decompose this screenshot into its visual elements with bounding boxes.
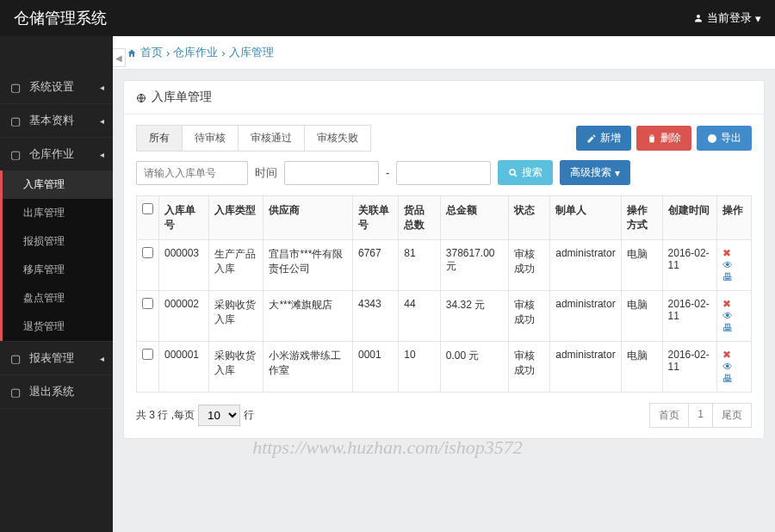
- col-ops: 操作: [716, 196, 751, 240]
- col-maker: 制单人: [550, 196, 621, 240]
- page-last[interactable]: 尾页: [713, 403, 752, 428]
- cell-ref: 0001: [353, 342, 399, 393]
- panel-header: 入库单管理: [124, 81, 764, 114]
- breadcrumb-l2[interactable]: 入库管理: [229, 45, 274, 60]
- row-view-icon[interactable]: 👁: [722, 361, 733, 373]
- row-delete-icon[interactable]: ✖: [722, 349, 731, 361]
- caret-left-icon: ◂: [100, 354, 104, 363]
- cell-ref: 4343: [353, 291, 399, 342]
- sidebar-item-inbound[interactable]: 入库管理: [3, 170, 113, 199]
- row-view-icon[interactable]: 👁: [722, 259, 733, 271]
- col-status: 状态: [509, 196, 550, 240]
- row-print-icon[interactable]: 🖶: [722, 271, 733, 283]
- delete-button[interactable]: 删除: [636, 126, 691, 151]
- page-1[interactable]: 1: [689, 403, 713, 428]
- search-button[interactable]: 搜索: [498, 160, 553, 185]
- nav-system-settings[interactable]: ▢ 系统设置 ◂: [0, 71, 113, 103]
- nav-logout[interactable]: ▢ 退出系统: [0, 375, 113, 408]
- col-mode: 操作方式: [621, 196, 662, 240]
- cell-ops: ✖ 👁 🖶: [716, 342, 751, 393]
- tab-rejected[interactable]: 审核失败: [305, 125, 371, 152]
- table-row: 000002 采购收货入库 大***滩旗舰店 4343 44 34.32 元 审…: [137, 291, 752, 342]
- cell-type: 采购收货入库: [209, 342, 264, 393]
- bookmark-icon: ▢: [10, 148, 22, 160]
- time-to-input[interactable]: [396, 161, 491, 185]
- cell-maker: administrator: [550, 342, 621, 393]
- cell-time: 2016-02-11: [662, 240, 716, 291]
- user-icon: ▢: [10, 386, 22, 398]
- cell-qty: 81: [399, 240, 440, 291]
- search-input[interactable]: [136, 161, 248, 185]
- cell-ref: 6767: [353, 240, 399, 291]
- trash-icon: [647, 133, 657, 144]
- pagination: 首页 1 尾页: [649, 403, 752, 428]
- bookmark-icon: ▢: [10, 352, 22, 364]
- current-login[interactable]: 当前登录 ▾: [693, 10, 761, 26]
- cell-amount: 378617.00 元: [440, 240, 509, 291]
- cell-id: 000003: [159, 240, 209, 291]
- row-print-icon[interactable]: 🖶: [722, 373, 733, 385]
- tab-pending[interactable]: 待审核: [183, 125, 239, 152]
- row-checkbox[interactable]: [142, 298, 153, 309]
- sidebar-item-return[interactable]: 退货管理: [3, 312, 113, 341]
- row-print-icon[interactable]: 🖶: [722, 322, 733, 334]
- cell-type: 采购收货入库: [209, 291, 264, 342]
- tab-approved[interactable]: 审核通过: [239, 125, 305, 152]
- cell-type: 生产产品入库: [209, 240, 264, 291]
- brand-title: 仓储管理系统: [14, 8, 107, 28]
- sidebar-item-transfer[interactable]: 移库管理: [3, 256, 113, 284]
- col-ref: 关联单号: [353, 196, 399, 240]
- nav-warehouse-ops[interactable]: ▢ 仓库作业 ◂: [0, 138, 113, 170]
- page-first[interactable]: 首页: [649, 403, 689, 428]
- row-delete-icon[interactable]: ✖: [722, 298, 731, 310]
- svg-point-0: [697, 15, 700, 18]
- sidebar-item-damage[interactable]: 报损管理: [3, 227, 113, 256]
- cell-maker: administrator: [550, 291, 621, 342]
- panel-title: 入库单管理: [152, 90, 212, 105]
- page-size-select[interactable]: 10: [198, 405, 240, 426]
- caret-left-icon: ◂: [100, 150, 104, 159]
- breadcrumb-l1[interactable]: 仓库作业: [173, 45, 218, 60]
- breadcrumb-home[interactable]: 首页: [140, 45, 163, 60]
- select-all-checkbox[interactable]: [142, 203, 153, 214]
- cell-amount: 0.00 元: [440, 342, 509, 393]
- cell-time: 2016-02-11: [662, 342, 716, 393]
- advanced-search-button[interactable]: 高级搜索 ▾: [560, 160, 630, 185]
- cell-mode: 电脑: [621, 291, 662, 342]
- svg-point-3: [510, 170, 515, 175]
- add-button[interactable]: 新增: [576, 126, 631, 151]
- sidebar-item-stocktake[interactable]: 盘点管理: [3, 284, 113, 312]
- user-icon: [693, 13, 704, 23]
- col-supplier: 供应商: [264, 196, 353, 240]
- bookmark-icon: ▢: [10, 81, 22, 93]
- row-checkbox[interactable]: [142, 247, 153, 258]
- col-qty: 货品总数: [399, 196, 440, 240]
- caret-left-icon: ◂: [100, 83, 104, 92]
- cell-supplier: 大***滩旗舰店: [264, 291, 353, 342]
- export-button[interactable]: 导出: [697, 126, 752, 151]
- col-amount: 总金额: [440, 196, 509, 240]
- row-checkbox[interactable]: [142, 349, 153, 360]
- table-row: 000003 生产产品入库 宜昌市***件有限责任公司 6767 81 3786…: [137, 240, 752, 291]
- col-id: 入库单号: [159, 196, 209, 240]
- main-content: 首页 › 仓库作业 › 入库管理 入库单管理 所有 待审核 审核通过 审核失: [113, 36, 775, 532]
- sidebar-item-outbound[interactable]: 出库管理: [3, 199, 113, 227]
- row-delete-icon[interactable]: ✖: [722, 247, 731, 259]
- time-label: 时间: [255, 165, 277, 181]
- cell-ops: ✖ 👁 🖶: [716, 240, 751, 291]
- cell-time: 2016-02-11: [662, 291, 716, 342]
- nav-reports[interactable]: ▢ 报表管理 ◂: [0, 342, 113, 374]
- nav-basic-data[interactable]: ▢ 基本资料 ◂: [0, 104, 113, 137]
- cell-ops: ✖ 👁 🖶: [716, 291, 751, 342]
- sidebar-collapse-toggle[interactable]: ◀: [113, 48, 126, 67]
- time-from-input[interactable]: [284, 161, 379, 185]
- tab-all[interactable]: 所有: [136, 125, 183, 152]
- topbar: 仓储管理系统 当前登录 ▾: [0, 0, 775, 36]
- home-icon: [127, 46, 137, 59]
- cell-qty: 44: [399, 291, 440, 342]
- nav-warehouse-submenu: 入库管理 出库管理 报损管理 移库管理 盘点管理 退货管理: [0, 170, 113, 341]
- page-info: 共 3 行 ,每页 10 行: [136, 405, 254, 426]
- globe-icon: [136, 90, 146, 104]
- col-time: 创建时间: [662, 196, 716, 240]
- row-view-icon[interactable]: 👁: [722, 310, 733, 322]
